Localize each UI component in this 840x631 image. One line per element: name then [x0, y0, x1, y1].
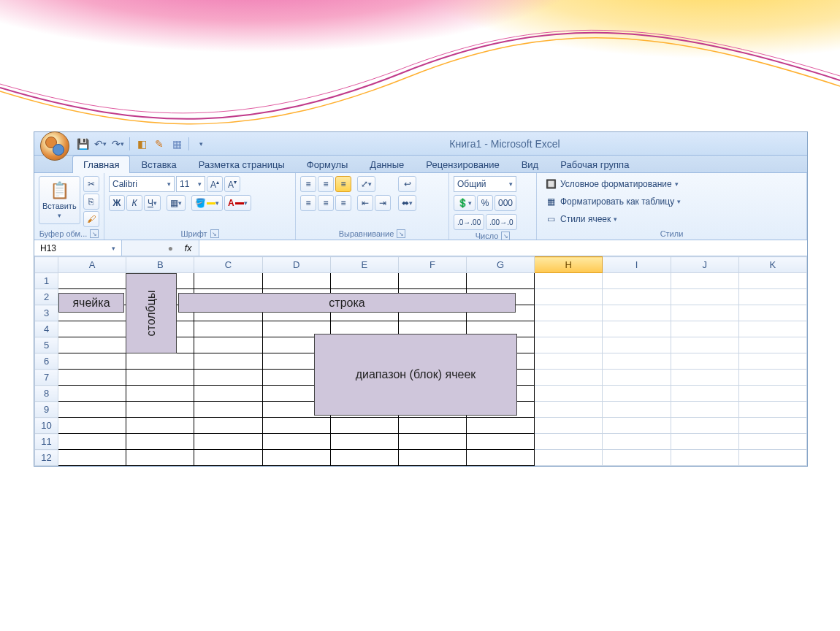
col-header-G[interactable]: G [467, 257, 535, 273]
name-box[interactable]: H13 ▾ [34, 240, 122, 256]
cell-B10[interactable] [126, 418, 194, 434]
cell-I10[interactable] [603, 418, 671, 434]
tab-view[interactable]: Вид [511, 156, 550, 173]
borders-button[interactable]: ▦▾ [167, 195, 186, 211]
cell-H5[interactable] [535, 337, 603, 353]
cell-J5[interactable] [671, 337, 738, 353]
cell-B7[interactable] [126, 370, 194, 386]
cell-K11[interactable] [738, 434, 806, 450]
cell-C11[interactable] [194, 434, 262, 450]
cell-D12[interactable] [262, 450, 330, 466]
row-header-3[interactable]: 3 [35, 305, 58, 321]
cell-J6[interactable] [671, 353, 738, 370]
fx-icon[interactable]: fx [177, 240, 199, 256]
cell-I6[interactable] [603, 353, 671, 370]
cell-F12[interactable] [398, 450, 466, 466]
format-as-table-button[interactable]: ▦ Форматировать как таблицу ▾ [541, 194, 684, 210]
cell-K10[interactable] [738, 418, 806, 434]
cell-A9[interactable] [58, 402, 126, 418]
cell-E11[interactable] [330, 434, 398, 450]
cell-J9[interactable] [671, 402, 738, 418]
align-left-button[interactable]: ≡ [300, 195, 316, 211]
format-painter-button[interactable]: 🖌 [83, 211, 99, 227]
align-right-button[interactable]: ≡ [335, 195, 351, 211]
cell-G1[interactable] [467, 273, 535, 289]
cell-B11[interactable] [126, 434, 194, 450]
row-header-12[interactable]: 12 [35, 450, 58, 466]
cell-I5[interactable] [603, 337, 671, 353]
cell-H11[interactable] [535, 434, 603, 450]
cell-I9[interactable] [603, 402, 671, 418]
tab-review[interactable]: Рецензирование [415, 156, 510, 173]
cell-J3[interactable] [671, 305, 738, 321]
col-header-B[interactable]: B [126, 257, 194, 273]
cell-C12[interactable] [194, 450, 262, 466]
font-name-dropdown[interactable]: Calibri▾ [109, 176, 175, 192]
cell-C6[interactable] [194, 353, 262, 370]
cell-H4[interactable] [535, 321, 603, 337]
conditional-formatting-button[interactable]: 🔲 Условное форматирование ▾ [541, 176, 684, 192]
cell-K12[interactable] [738, 450, 806, 466]
cell-J7[interactable] [671, 370, 738, 386]
select-all-corner[interactable] [35, 257, 58, 273]
cell-A8[interactable] [58, 386, 126, 402]
clipboard-launcher-icon[interactable]: ↘ [90, 229, 99, 238]
cell-K4[interactable] [738, 321, 806, 337]
increase-indent-button[interactable]: ⇥ [375, 195, 391, 211]
bold-button[interactable]: Ж [109, 195, 125, 211]
cell-C1[interactable] [194, 273, 262, 289]
percent-button[interactable]: % [477, 195, 493, 211]
cell-D10[interactable] [262, 418, 330, 434]
cell-E12[interactable] [330, 450, 398, 466]
cell-A4[interactable] [58, 321, 126, 337]
cell-H1[interactable] [535, 273, 603, 289]
font-launcher-icon[interactable]: ↘ [210, 229, 219, 238]
row-header-5[interactable]: 5 [35, 337, 58, 353]
increase-decimal-button[interactable]: .0→.00 [454, 214, 484, 230]
col-header-J[interactable]: J [671, 257, 738, 273]
cell-J11[interactable] [671, 434, 738, 450]
cell-K5[interactable] [738, 337, 806, 353]
cell-H10[interactable] [535, 418, 603, 434]
alignment-launcher-icon[interactable]: ↘ [397, 229, 405, 238]
cell-I2[interactable] [603, 289, 671, 305]
cell-I8[interactable] [603, 386, 671, 402]
qat-custom1-icon[interactable]: ◧ [134, 137, 149, 151]
cell-J1[interactable] [671, 273, 738, 289]
cell-B9[interactable] [126, 402, 194, 418]
decrease-font-button[interactable]: A▾ [224, 176, 240, 192]
cell-J10[interactable] [671, 418, 738, 434]
cell-I11[interactable] [603, 434, 671, 450]
cell-J12[interactable] [671, 450, 738, 466]
col-header-F[interactable]: F [398, 257, 466, 273]
cell-G12[interactable] [467, 450, 535, 466]
cell-I12[interactable] [603, 450, 671, 466]
cell-K9[interactable] [738, 402, 806, 418]
formula-bar[interactable] [199, 240, 807, 256]
cell-J4[interactable] [671, 321, 738, 337]
row-header-8[interactable]: 8 [35, 386, 58, 402]
qat-customize-icon[interactable]: ▾ [194, 137, 208, 151]
row-header-7[interactable]: 7 [35, 370, 58, 386]
align-bottom-button[interactable]: ≡ [335, 176, 351, 192]
cell-E1[interactable] [330, 273, 398, 289]
currency-button[interactable]: 💲▾ [454, 195, 476, 211]
save-icon[interactable]: 💾 [75, 137, 90, 151]
orientation-button[interactable]: ⤢▾ [357, 176, 375, 192]
cell-B6[interactable] [126, 353, 194, 370]
row-header-9[interactable]: 9 [35, 402, 58, 418]
cell-C10[interactable] [194, 418, 262, 434]
tab-workgroup[interactable]: Рабочая группа [549, 156, 640, 173]
row-header-10[interactable]: 10 [35, 418, 58, 434]
cell-C9[interactable] [194, 402, 262, 418]
col-header-D[interactable]: D [262, 257, 330, 273]
cell-H6[interactable] [535, 353, 603, 370]
cell-I4[interactable] [603, 321, 671, 337]
decrease-decimal-button[interactable]: .00→.0 [486, 214, 516, 230]
row-header-2[interactable]: 2 [35, 289, 58, 305]
cell-I3[interactable] [603, 305, 671, 321]
row-header-11[interactable]: 11 [35, 434, 58, 450]
cell-H3[interactable] [535, 305, 603, 321]
row-header-6[interactable]: 6 [35, 353, 58, 370]
decrease-indent-button[interactable]: ⇤ [357, 195, 373, 211]
